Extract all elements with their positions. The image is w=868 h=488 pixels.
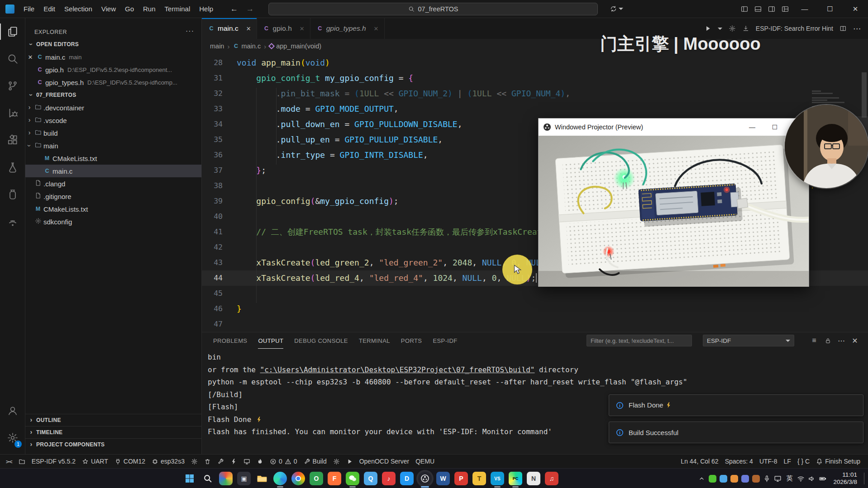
taskbar-qq[interactable]: Q xyxy=(364,472,377,485)
toast-flash-done[interactable]: Flash Done xyxy=(609,394,863,416)
status-build-project[interactable] xyxy=(214,455,227,469)
code-line-28[interactable]: 28void app_main(void) xyxy=(202,55,868,71)
taskbar-edge-browser[interactable] xyxy=(273,472,287,485)
word-wrap-icon[interactable]: ≡ xyxy=(807,332,821,349)
code-line-31[interactable]: 31 gpio_config_t my_gpio_config = { xyxy=(202,71,868,86)
tray-speaker-icon[interactable] xyxy=(808,475,816,483)
status-eol[interactable]: LF xyxy=(781,455,794,469)
gear-icon[interactable] xyxy=(729,25,736,32)
forward-icon[interactable]: → xyxy=(246,5,254,14)
activitybar-source-control[interactable] xyxy=(0,72,25,99)
panel-tab-problems[interactable]: PROBLEMS xyxy=(208,332,253,349)
activitybar-settings[interactable]: 1 xyxy=(0,424,25,451)
status-menuconfig[interactable] xyxy=(188,455,201,469)
menu-edit[interactable]: Edit xyxy=(39,5,60,13)
output-filter-input[interactable] xyxy=(587,335,692,346)
code-line-32[interactable]: 32 .pin_bit_mask = (1ULL << GPIO_NUM_2) … xyxy=(202,86,868,101)
tray-emulator[interactable] xyxy=(752,475,760,483)
tab-close-icon[interactable]: ✕ xyxy=(374,25,379,32)
menu-go[interactable]: Go xyxy=(120,5,138,13)
code-line-33[interactable]: 33 .mode = GPIO_MODE_OUTPUT, xyxy=(202,101,868,117)
tree-item-main-c[interactable]: Cmain.c xyxy=(25,165,201,177)
projector-maximize-button[interactable]: ☐ xyxy=(763,118,786,136)
sync-dropdown[interactable] xyxy=(610,0,623,18)
tree-item--devcontainer[interactable]: ›.devcontainer xyxy=(25,101,201,114)
status-monitor-device[interactable] xyxy=(240,455,253,469)
status-flash-device[interactable] xyxy=(227,455,240,469)
status-encoding[interactable]: UTF-8 xyxy=(756,455,781,469)
split-editor-icon[interactable] xyxy=(839,25,847,32)
panel-tab-debug-console[interactable]: DEBUG CONSOLE xyxy=(289,332,353,349)
menu-selection[interactable]: Selection xyxy=(60,5,97,13)
tab-close-icon[interactable]: ✕ xyxy=(300,25,305,32)
projector-minimize-button[interactable]: — xyxy=(741,118,763,136)
code-line-46[interactable]: 46} xyxy=(202,301,868,317)
output-channel-select[interactable]: ESP-IDF xyxy=(703,335,794,346)
tree-item-main[interactable]: ›main xyxy=(25,139,201,152)
lock-scroll-icon[interactable] xyxy=(821,332,835,349)
status-open-project-folder[interactable] xyxy=(15,455,29,469)
projector-titlebar[interactable]: Windowed Projector (Preview) — ☐ ✕ xyxy=(539,118,809,136)
menu-run[interactable]: Run xyxy=(138,5,160,13)
taskbar-clock[interactable]: 11:012026/3/8 xyxy=(833,471,857,486)
run-dropdown-icon[interactable] xyxy=(718,28,722,30)
explorer-more-actions-icon[interactable]: ··· xyxy=(186,27,194,35)
tab-close-icon[interactable]: ✕ xyxy=(246,25,251,32)
menu-view[interactable]: View xyxy=(97,5,120,13)
section-outline[interactable]: ›OUTLINE xyxy=(25,414,201,426)
activitybar-testing[interactable] xyxy=(0,154,25,181)
toggle-panel-icon[interactable] xyxy=(751,0,765,18)
customize-layout-icon[interactable] xyxy=(778,0,792,18)
activitybar-containers[interactable] xyxy=(0,181,25,208)
tab-main-c[interactable]: Cmain.c✕ xyxy=(202,18,257,39)
tree-item-cmakelists-txt[interactable]: MCMakeLists.txt xyxy=(25,152,201,165)
tree-item-build[interactable]: ›build xyxy=(25,127,201,139)
status-build-task[interactable]: Build xyxy=(300,455,330,469)
tray-chevup-icon[interactable] xyxy=(698,475,706,483)
more-actions-icon[interactable]: ⋯ xyxy=(853,24,861,33)
taskbar-wechat[interactable] xyxy=(346,472,359,485)
tree-item-cmakelists-txt[interactable]: MCMakeLists.txt xyxy=(25,203,201,215)
code-line-45[interactable]: 45 xyxy=(202,286,868,301)
taskbar-browser-360[interactable]: O xyxy=(310,472,323,485)
tray-security[interactable] xyxy=(730,475,738,483)
toggle-sidebar-icon[interactable] xyxy=(738,0,751,18)
status-problems[interactable]: 00 xyxy=(267,455,300,469)
taskbar-search[interactable] xyxy=(201,472,215,485)
taskbar-start[interactable] xyxy=(183,472,196,485)
activitybar-espressif[interactable] xyxy=(0,208,25,235)
status-serial-port[interactable]: COM12 xyxy=(111,455,148,469)
open-editor-item[interactable]: Cgpio_types.hD:\ESP_IDF\v5.5.2\esp-idf\c… xyxy=(25,76,201,89)
menu-file[interactable]: File xyxy=(19,5,39,13)
status-remote-indicator[interactable]: >< xyxy=(3,455,15,469)
taskbar-task-view[interactable]: ▣ xyxy=(237,472,251,485)
taskbar-notepad[interactable]: N xyxy=(527,472,540,485)
status-language-mode[interactable]: { } C xyxy=(794,455,813,469)
status-full-clean[interactable] xyxy=(201,455,214,469)
panel-tab-terminal[interactable]: TERMINAL xyxy=(353,332,396,349)
activitybar-accounts[interactable] xyxy=(0,397,25,424)
input-language[interactable]: 英 xyxy=(785,474,794,483)
tab-gpio_types-h[interactable]: Cgpio_types.h✕ xyxy=(310,18,385,39)
status-uart-monitor[interactable]: UART xyxy=(79,455,111,469)
activitybar-search[interactable] xyxy=(0,45,25,72)
panel-more-icon[interactable]: ⋯ xyxy=(835,332,848,349)
code-line-47[interactable]: 47 xyxy=(202,317,868,332)
taskbar-pycharm[interactable]: PC xyxy=(509,472,522,485)
tray-mic-icon[interactable] xyxy=(763,475,771,483)
status-device-target[interactable]: esp32s3 xyxy=(148,455,188,469)
tree-item--gitignore[interactable]: .gitignore xyxy=(25,190,201,203)
maximize-button[interactable]: ☐ xyxy=(817,0,843,18)
close-panel-icon[interactable]: ✕ xyxy=(848,332,862,349)
webcam-overlay[interactable] xyxy=(785,105,868,188)
toggle-secondary-sidebar-icon[interactable] xyxy=(765,0,778,18)
status-finish-setup[interactable]: Finish Setup xyxy=(813,455,863,469)
taskbar-vscode[interactable]: VS xyxy=(491,472,504,485)
menu-help[interactable]: Help xyxy=(195,5,218,13)
tray-wechat[interactable] xyxy=(709,475,716,483)
tray-monitor-icon[interactable] xyxy=(774,475,782,483)
minimize-button[interactable]: — xyxy=(792,0,817,18)
panel-tab-ports[interactable]: PORTS xyxy=(396,332,428,349)
taskbar-chrome-browser[interactable] xyxy=(291,472,305,485)
status-cursor-position[interactable]: Ln 44, Col 62 xyxy=(677,455,721,469)
